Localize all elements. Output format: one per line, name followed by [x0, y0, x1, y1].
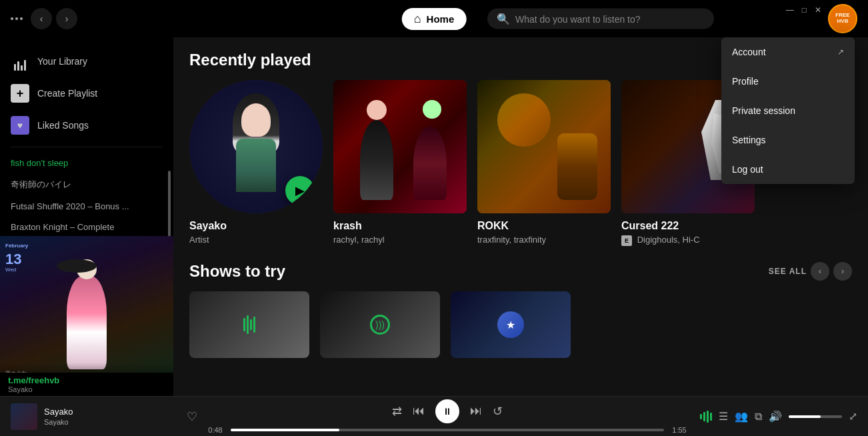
show-card-3[interactable]: ★: [451, 291, 571, 358]
player-controls: ⇄ ⏮ ⏸ ⏭ ↺: [392, 399, 503, 423]
fullscreen-button[interactable]: ⤢: [849, 410, 857, 423]
window-controls: — □ ✕: [786, 5, 821, 15]
like-button[interactable]: ♡: [187, 409, 197, 424]
sidebar-item-liked-songs[interactable]: ♥ Liked Songs: [0, 109, 173, 141]
pip-button[interactable]: ⧉: [755, 411, 762, 423]
library-icon: [11, 52, 29, 71]
rokk-image: [477, 80, 611, 213]
show-cards-row: ))) ★: [189, 291, 852, 358]
topbar: ‹ › ⌂ Home 🔍 — □ ✕ FREE HVB: [0, 0, 868, 37]
explicit-badge: E: [621, 235, 632, 246]
time-total: 1:55: [669, 426, 689, 434]
progress-row: 0:48 1:55: [205, 426, 689, 434]
playlist-item-fish[interactable]: fish don't sleep: [5, 153, 168, 173]
shows-nav: SEE ALL ‹ ›: [769, 262, 852, 281]
maximize-button[interactable]: □: [802, 5, 807, 15]
waveform-bar-4: [710, 413, 712, 421]
profile-label: Profile: [732, 76, 759, 87]
sayako-card-sub: Artist: [189, 235, 323, 245]
shows-prev-button[interactable]: ‹: [811, 262, 829, 281]
krash-art: [333, 80, 467, 213]
rokk-art: [477, 80, 611, 213]
show-image-2: ))): [320, 291, 440, 358]
dropdown-account[interactable]: Account ↗: [721, 37, 855, 67]
logout-label: Log out: [732, 164, 763, 175]
dropdown-private-session[interactable]: Private session: [721, 96, 855, 125]
prev-button[interactable]: ⏮: [413, 404, 425, 418]
sidebar-item-library[interactable]: Your Library: [0, 45, 173, 77]
search-bar[interactable]: 🔍: [487, 9, 714, 29]
repeat-button[interactable]: ↺: [493, 404, 503, 419]
home-icon: ⌂: [414, 12, 421, 26]
sayako-image: ▶: [189, 80, 323, 213]
volume-button[interactable]: 🔊: [769, 410, 782, 423]
progress-fill: [231, 429, 339, 431]
player-song-title: Sayako: [44, 407, 180, 417]
queue-button[interactable]: ☰: [719, 410, 728, 423]
card-sayako[interactable]: ▶ Sayako Artist: [189, 80, 323, 246]
back-button[interactable]: ‹: [31, 8, 52, 29]
logo-line2: HVB: [837, 19, 849, 25]
show-image-1: [189, 291, 309, 358]
progress-bar[interactable]: [231, 429, 664, 431]
private-session-label: Private session: [732, 105, 795, 116]
rokk-card-sub: traxfinity, traxfinity: [477, 235, 611, 245]
play-pause-button[interactable]: ⏸: [435, 399, 459, 423]
playlist-item-braxton[interactable]: Braxton Knight – Complete: [5, 217, 168, 237]
card-krash[interactable]: krash rachyl, rachyl: [333, 80, 467, 246]
shows-header: Shows to try SEE ALL ‹ ›: [189, 262, 852, 281]
settings-label: Settings: [732, 135, 766, 145]
rokk-card-title: ROKK: [477, 220, 611, 232]
shows-see-all[interactable]: SEE ALL: [769, 267, 807, 276]
account-label: Account: [732, 47, 766, 57]
shows-section: Shows to try SEE ALL ‹ ›: [189, 262, 852, 358]
home-label: Home: [427, 13, 455, 25]
minimize-button[interactable]: —: [786, 5, 794, 15]
album-art-overlay: February 13 Wed 罪の少女 「私に、優しくしないでください。」✿: [0, 236, 173, 396]
forward-button[interactable]: ›: [56, 8, 77, 29]
player: Sayako Sayako ♡ ⇄ ⏮ ⏸ ⏭ ↺ 0:48 1:55 ☰ 👥: [0, 396, 868, 436]
external-link-icon: ↗: [837, 47, 844, 57]
close-button[interactable]: ✕: [815, 5, 821, 15]
card-rokk[interactable]: ROKK traxfinity, traxfinity: [477, 80, 611, 246]
sidebar-item-create-playlist[interactable]: + Create Playlist: [0, 77, 173, 109]
more-options-button[interactable]: [11, 17, 23, 20]
dropdown-menu: Account ↗ Profile Private session Settin…: [721, 37, 855, 184]
watermark: t.me/freehvb Sayako: [0, 373, 173, 396]
cursed-card-title: Cursed 222: [621, 220, 755, 232]
player-left: Sayako Sayako ♡: [11, 403, 197, 430]
shows-next-button[interactable]: ›: [833, 262, 852, 281]
krash-image: [333, 80, 467, 213]
watermark-brand: t.me/freehvb: [8, 375, 165, 385]
player-right: ☰ 👥 ⧉ 🔊 ⤢: [697, 410, 857, 423]
player-album-art: [11, 403, 37, 430]
time-current: 0:48: [205, 426, 225, 434]
waveform-icon: [700, 410, 712, 423]
devices-button[interactable]: 👥: [735, 410, 748, 423]
library-label: Your Library: [37, 56, 87, 67]
player-center: ⇄ ⏮ ⏸ ⏭ ↺ 0:48 1:55: [205, 399, 689, 434]
sayako-play-button[interactable]: ▶: [285, 176, 315, 205]
home-button[interactable]: ⌂ Home: [402, 8, 467, 30]
liked-songs-label: Liked Songs: [37, 120, 89, 131]
dropdown-logout[interactable]: Log out: [721, 155, 855, 184]
show-card-2[interactable]: ))): [320, 291, 440, 358]
player-song-artist: Sayako: [44, 418, 180, 426]
shuffle-button[interactable]: ⇄: [392, 404, 402, 419]
player-song-info: Sayako Sayako: [44, 407, 180, 426]
show-card-1[interactable]: [189, 291, 309, 358]
dropdown-profile[interactable]: Profile: [721, 67, 855, 96]
next-button[interactable]: ⏭: [470, 404, 482, 418]
search-input[interactable]: [515, 13, 705, 24]
dropdown-settings[interactable]: Settings: [721, 125, 855, 155]
playlist-item-kijutsu[interactable]: 奇術師のバイレ: [5, 173, 168, 196]
watermark-sub: Sayako: [8, 385, 165, 393]
volume-bar[interactable]: [789, 415, 842, 418]
playlist-item-futsal[interactable]: Futsal Shuffle 2020 – Bonus ...: [5, 196, 168, 217]
show-image-3: ★: [451, 291, 571, 358]
album-day: 13: [5, 251, 21, 268]
freehvb-logo[interactable]: FREE HVB: [828, 4, 857, 33]
search-icon: 🔍: [497, 13, 510, 25]
krash-card-sub: rachyl, rachyl: [333, 235, 467, 245]
heart-icon: ♥: [11, 116, 29, 135]
